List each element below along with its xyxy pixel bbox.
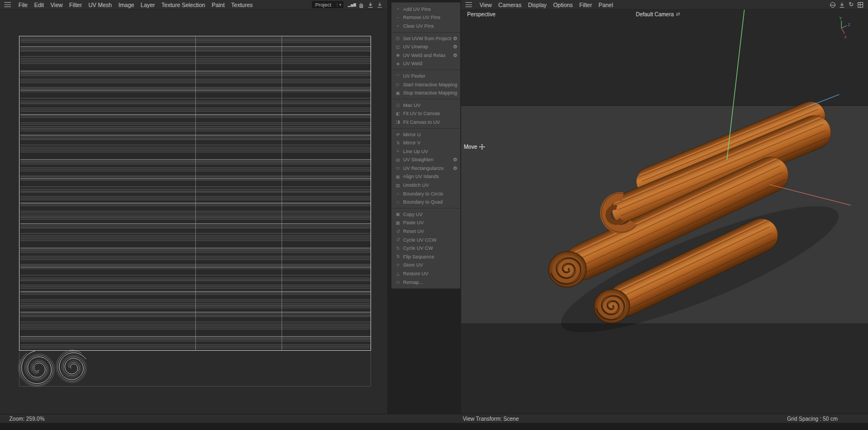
command-item[interactable]: ▤ UV Straighten ⚙	[392, 156, 460, 165]
gear-icon[interactable]: ⚙	[453, 157, 457, 162]
command-item[interactable]: ▭ UV Rectangularize ⚙	[392, 164, 460, 173]
command-item[interactable]: ◠ UV Peeler	[392, 72, 460, 80]
command-item[interactable]: ⇄ Mirror U	[392, 130, 460, 139]
menu-item[interactable]: Panel	[595, 2, 616, 8]
menu-item[interactable]: Filter	[66, 2, 85, 8]
uv-spiral-islands[interactable]	[16, 346, 98, 391]
camera-label[interactable]: Default Camera ⇄	[636, 11, 680, 17]
command-label: Unstitch UV	[403, 182, 457, 188]
command-icon: ◈	[395, 61, 401, 66]
command-item[interactable]: ▣ Copy UV	[392, 210, 460, 219]
command-item[interactable]: ◈ UV Weld	[392, 60, 460, 68]
command-item[interactable]: ▣ Stop Interactive Mapping	[392, 88, 460, 97]
command-item[interactable]: ▩ Paste UV	[392, 219, 460, 227]
project-dropdown[interactable]: Project ▾	[312, 1, 343, 8]
command-item[interactable]: ⇅ Mirror V	[392, 138, 460, 147]
command-item[interactable]: △ Restore UV	[392, 269, 460, 278]
command-item[interactable]: × Clear UV Pins	[392, 22, 460, 30]
histogram-icon[interactable]: ▂▅▇	[348, 1, 356, 8]
command-item[interactable]: ◨ Fit Canvas to UV	[392, 118, 460, 127]
menu-item[interactable]: Options	[550, 2, 576, 8]
uv-pin-group: + Add UV Pins − Remove UV Pins × Clear U…	[392, 3, 460, 33]
command-icon: ◰	[395, 36, 401, 41]
hamburger-menu-icon[interactable]	[4, 2, 11, 7]
command-item[interactable]: ○ Boundary to Circle	[392, 189, 460, 198]
command-icon: ×	[395, 23, 401, 28]
menu-item[interactable]: Layer	[137, 2, 158, 8]
command-item[interactable]: ▽ Store UV	[392, 261, 460, 270]
window-bottom-edge	[0, 423, 868, 430]
hamburger-menu-icon[interactable]	[465, 2, 472, 7]
download-alt-icon[interactable]	[375, 1, 384, 8]
camera-swap-icon[interactable]: ⇄	[676, 12, 680, 17]
command-label: Clear UV Pins	[403, 23, 457, 29]
menu-item[interactable]: Filter	[576, 2, 595, 8]
command-item[interactable]: ◰ Set UVW from Projection ⚙	[392, 34, 460, 43]
command-icon: ▷	[395, 82, 401, 87]
command-item[interactable]: □ Boundary to Quad	[392, 198, 460, 206]
command-item[interactable]: ↻ Cycle UV CW	[392, 244, 460, 252]
uv-mesh-wireframe[interactable]	[20, 36, 372, 351]
menu-item[interactable]: Edit	[31, 2, 47, 8]
command-item[interactable]: + Add UV Pins	[392, 5, 460, 14]
command-item[interactable]: ▷ Start Interactive Mapping	[392, 80, 460, 89]
gear-icon[interactable]: ⚙	[453, 53, 457, 58]
uv-tile-canvas[interactable]	[19, 36, 371, 351]
menu-item[interactable]: UV Mesh	[85, 2, 115, 8]
command-label: Flip Sequence	[403, 254, 457, 260]
command-label: Set UVW from Projection	[403, 36, 451, 41]
command-item[interactable]: ▦ Align UV Islands	[392, 173, 460, 181]
command-item[interactable]: ▭ Remap...	[392, 278, 460, 287]
command-item[interactable]: ◱ UV Unwrap ⚙	[392, 42, 460, 51]
command-item[interactable]: ≡ Line Up UV	[392, 147, 460, 156]
menu-item[interactable]: View	[476, 2, 495, 8]
command-icon: ◻	[395, 103, 401, 108]
hand-icon[interactable]	[357, 1, 366, 8]
command-icon: ▽	[395, 263, 401, 268]
axis-gizmo[interactable]: Y Z X	[833, 15, 852, 40]
layout-grid-icon[interactable]	[856, 1, 865, 8]
command-icon: ▣	[395, 212, 401, 217]
command-icon: ≡	[395, 149, 401, 154]
command-label: Max UV	[403, 103, 457, 108]
menu-item[interactable]: File	[15, 2, 31, 8]
command-item[interactable]: ◻ Max UV	[392, 101, 460, 110]
command-item[interactable]: ↺ Reset UV	[392, 227, 460, 236]
render-download-icon[interactable]	[838, 1, 846, 8]
command-label: UV Rectangularize	[403, 166, 451, 171]
command-icon: ▦	[395, 174, 401, 179]
gear-icon[interactable]: ⚙	[453, 166, 457, 171]
gear-icon[interactable]: ⚙	[453, 44, 457, 49]
command-item[interactable]: ◧ Fit UV to Canvas	[392, 110, 460, 118]
cinnamon-sticks-render[interactable]	[461, 10, 868, 414]
command-label: Restore UV	[403, 271, 457, 276]
sphere-icon[interactable]	[828, 1, 837, 8]
uv-editor-menu: File Edit View Filter UV Mesh Image Laye…	[15, 2, 256, 8]
command-label: UV Straighten	[403, 157, 451, 162]
menu-item[interactable]: Image	[115, 2, 137, 8]
refresh-icon[interactable]: ↻	[847, 1, 856, 8]
command-item[interactable]: ↺ Cycle UV CCW	[392, 236, 460, 244]
viewport-name-label: Perspective	[467, 11, 495, 17]
command-item[interactable]: ▧ Unstitch UV	[392, 181, 460, 189]
menu-item[interactable]: Cameras	[495, 2, 525, 8]
uv-clipboard-group: ▣ Copy UV ▩ Paste UV ↺ Reset UV	[392, 208, 460, 288]
command-label: Stop Interactive Mapping	[403, 90, 457, 96]
viewport-canvas[interactable]: Perspective Default Camera ⇄ Move Y Z X	[461, 10, 868, 414]
gear-icon[interactable]: ⚙	[453, 36, 457, 41]
command-item[interactable]: − Remove UV Pins	[392, 14, 460, 22]
menu-item[interactable]: Paint	[208, 2, 228, 8]
uv-editor-panel: File Edit View Filter UV Mesh Image Laye…	[0, 0, 387, 414]
menu-item[interactable]: Textures	[228, 2, 256, 8]
command-icon: ◨	[395, 119, 401, 124]
command-item[interactable]: ◉ UV Weld and Relax ⚙	[392, 51, 460, 60]
download-icon[interactable]	[366, 1, 375, 8]
menu-item[interactable]: View	[47, 2, 66, 8]
menu-item[interactable]: Texture Selection	[158, 2, 209, 8]
command-label: Start Interactive Mapping	[403, 82, 457, 87]
command-item[interactable]: ⇅ Flip Sequence	[392, 252, 460, 261]
viewport-menu: View Cameras Display Options Filter Pane…	[476, 2, 616, 8]
command-label: Boundary to Circle	[403, 191, 457, 197]
menu-item[interactable]: Display	[525, 2, 550, 8]
command-label: Add UV Pins	[403, 7, 457, 12]
